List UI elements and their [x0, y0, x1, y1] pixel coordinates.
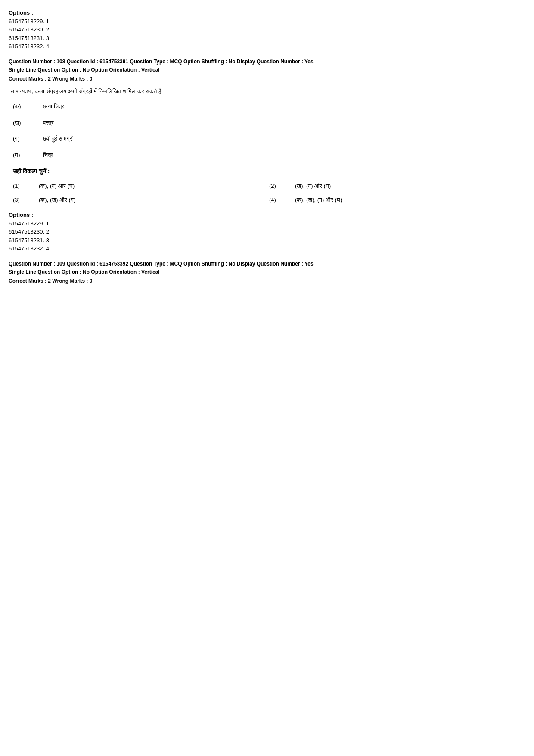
q109-meta: Question Number : 109 Question Id : 6154…: [9, 260, 525, 276]
mcq-option-2: (2) (ख), (ग) और (घ): [269, 182, 525, 191]
answer-option-row-gha: (घ) चित्र: [9, 151, 525, 159]
mcq-option-3-num: (3): [13, 196, 39, 204]
sub-question-label: सही विकल्प चुनें :: [13, 167, 525, 176]
answer-option-text-kha: वस्त्र: [43, 119, 54, 127]
answer-option-text-ka: छाया चित्र: [43, 102, 64, 111]
top-option-2: 61547513230. 2: [9, 25, 525, 34]
q109-meta-line2: Single Line Question Option : No Option …: [9, 269, 160, 275]
q109-marks: Correct Marks : 2 Wrong Marks : 0: [9, 277, 525, 285]
mcq-option-1-val: (क), (ग) और (घ): [39, 182, 75, 191]
answer-option-row-kha: (ख) वस्त्र: [9, 119, 525, 127]
answer-option-letter-ka: (क): [13, 102, 43, 111]
mcq-option-3-val: (क), (ख) और (ग): [39, 196, 75, 204]
bottom-options-label: Options :: [9, 212, 33, 218]
answer-option-letter-gha: (घ): [13, 151, 43, 159]
answer-option-text-gha: चित्र: [43, 151, 53, 159]
mcq-option-4: (4) (क), (ख), (ग) और (घ): [269, 196, 525, 204]
answer-option-row-ga: (ग) छपी हुई सामग्री: [9, 134, 525, 143]
bottom-option-1: 61547513229. 1: [9, 219, 525, 228]
q108-meta: Question Number : 108 Question Id : 6154…: [9, 58, 525, 74]
top-option-1: 61547513229. 1: [9, 17, 525, 26]
q109-meta-line1: Question Number : 109 Question Id : 6154…: [9, 261, 314, 267]
mcq-option-1: (1) (क), (ग) और (घ): [13, 182, 269, 191]
q108-answer-options: (क) छाया चित्र (ख) वस्त्र (ग) छपी हुई सा…: [9, 102, 525, 159]
top-options-section: Options : 61547513229. 1 61547513230. 2 …: [9, 9, 525, 51]
mcq-option-3: (3) (क), (ख) और (ग): [13, 196, 269, 204]
bottom-option-4: 61547513232. 4: [9, 244, 525, 253]
q108-meta-line2: Single Line Question Option : No Option …: [9, 67, 160, 73]
mcq-option-1-num: (1): [13, 182, 39, 191]
top-options-list: 61547513229. 1 61547513230. 2 6154751323…: [9, 17, 525, 51]
bottom-option-2: 61547513230. 2: [9, 228, 525, 236]
answer-option-letter-kha: (ख): [13, 119, 43, 127]
mcq-option-2-num: (2): [269, 182, 295, 191]
bottom-options-list: 61547513229. 1 61547513230. 2 6154751323…: [9, 219, 525, 253]
answer-option-letter-ga: (ग): [13, 134, 43, 143]
mcq-option-4-num: (4): [269, 196, 295, 204]
answer-option-row-ka: (क) छाया चित्र: [9, 102, 525, 111]
q108-marks: Correct Marks : 2 Wrong Marks : 0: [9, 75, 525, 83]
q108-meta-line1: Question Number : 108 Question Id : 6154…: [9, 59, 314, 65]
mcq-option-4-val: (क), (ख), (ग) और (घ): [295, 196, 342, 204]
top-option-4: 61547513232. 4: [9, 42, 525, 51]
bottom-options-section: Options : 61547513229. 1 61547513230. 2 …: [9, 211, 525, 253]
bottom-option-3: 61547513231. 3: [9, 236, 525, 245]
q108-question-text: सामान्यतया, कला संग्रहालय अपने संग्रहों …: [9, 87, 525, 96]
answer-option-text-ga: छपी हुई सामग्री: [43, 134, 74, 143]
top-options-label: Options :: [9, 9, 33, 16]
mcq-options-grid: (1) (क), (ग) और (घ) (2) (ख), (ग) और (घ) …: [9, 182, 525, 204]
top-option-3: 61547513231. 3: [9, 34, 525, 43]
mcq-option-2-val: (ख), (ग) और (घ): [295, 182, 331, 191]
